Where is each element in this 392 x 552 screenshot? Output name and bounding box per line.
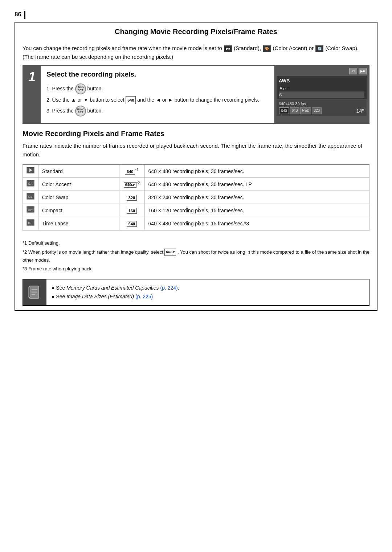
pixel-options: 640 640 P&B 320 bbox=[279, 107, 322, 114]
svg-rect-10 bbox=[29, 286, 39, 298]
awb-label: AWB bbox=[279, 78, 290, 83]
step1-content: Select the recording pixels. 1. Press th… bbox=[41, 66, 274, 123]
note-content-area: ● See Memory Cards and Estimated Capacit… bbox=[46, 279, 184, 306]
note-bullet-1: ● See Memory Cards and Estimated Capacit… bbox=[52, 284, 179, 293]
link1-page[interactable]: (p. 224) bbox=[160, 285, 177, 291]
inch-label: 14" bbox=[356, 108, 364, 114]
section2-description: Frame rates indicate the number of frame… bbox=[23, 142, 369, 159]
mode-name-color-swap: Color Swap bbox=[38, 191, 119, 204]
main-content-box: Changing Movie Recording Pixels/Frame Ra… bbox=[15, 22, 377, 311]
step1-instruction2: 2. Use the ▲ or ▼ button to select 640 a… bbox=[46, 96, 268, 105]
table-row: CA Color Accent 640LP*2 640 × 480 record… bbox=[23, 178, 369, 191]
page-bar bbox=[24, 11, 25, 19]
link1-text: Memory Cards and Estimated Capacities bbox=[66, 285, 159, 291]
pixel-badge-640: 640 bbox=[126, 96, 136, 105]
or-text-2: or bbox=[77, 97, 83, 103]
flash-item: ▲OFF bbox=[279, 84, 364, 91]
mode-icon-standard bbox=[23, 164, 38, 178]
color-swap-icon: 🔄 bbox=[315, 45, 323, 52]
timer-icon: ⏱ bbox=[349, 68, 357, 74]
px-code-time-lapse: 640 bbox=[119, 217, 144, 230]
color-accent-icon: 🎨 bbox=[263, 45, 271, 52]
time-lapse-icon-svg: TL bbox=[26, 219, 34, 226]
step1-number: 1 bbox=[23, 66, 41, 123]
desc-standard: 640 × 480 recording pixels, 30 frames/se… bbox=[144, 164, 369, 178]
table-row: CS Color Swap 320 320 × 240 recording pi… bbox=[23, 191, 369, 204]
mode-icon-compact: CPT bbox=[23, 204, 38, 217]
note-box: ● See Memory Cards and Estimated Capacit… bbox=[23, 279, 369, 306]
func-button-1: FUNCSET bbox=[75, 83, 86, 94]
step1-title: Select the recording pixels. bbox=[46, 70, 268, 79]
selected-item: ⊙ bbox=[279, 91, 364, 98]
mode-icon-color-accent: CA bbox=[23, 178, 38, 191]
color-swap-icon-svg: CS bbox=[26, 193, 34, 200]
desc-color-accent: 640 × 480 recording pixels, 30 frames/se… bbox=[144, 178, 369, 191]
page-number-area: 86 bbox=[15, 11, 377, 19]
link2-text: Image Data Sizes (Estimated) bbox=[66, 294, 134, 299]
step1-instructions: 1. Press the FUNCSET button. 2. Use the … bbox=[46, 83, 268, 117]
camera-screen-image: ⏱ ▶■ AWB ▲OFF ⊙ 640x480 30 fps bbox=[274, 66, 369, 123]
table-row: TL Time Lapse 640 640 × 480 recording pi… bbox=[23, 217, 369, 230]
note-bullet-2: ● See Image Data Sizes (Estimated) (p. 2… bbox=[52, 293, 179, 301]
mode-icon-time-lapse: TL bbox=[23, 217, 38, 230]
section2-area: Movie Recording Pixels and Frame Rates F… bbox=[15, 130, 377, 236]
desc-compact: 160 × 120 recording pixels, 15 frames/se… bbox=[144, 204, 369, 217]
camera-bottom-row: 640 640 P&B 320 14" bbox=[279, 107, 364, 114]
svg-rect-11 bbox=[28, 287, 30, 297]
section1-title: Changing Movie Recording Pixels/Frame Ra… bbox=[23, 28, 369, 36]
camera-top-icons: ⏱ ▶■ bbox=[277, 68, 367, 74]
intro-paragraph: You can change the recording pixels and … bbox=[15, 40, 377, 65]
mode-name-color-accent: Color Accent bbox=[38, 178, 119, 191]
mode-icon-color-swap: CS bbox=[23, 191, 38, 204]
step1-instruction1: 1. Press the FUNCSET button. bbox=[46, 83, 268, 94]
px-option-640-active: 640 bbox=[279, 107, 289, 114]
or-text-3: or bbox=[162, 97, 168, 103]
camera-display: ⏱ ▶■ AWB ▲OFF ⊙ 640x480 30 fps bbox=[274, 66, 369, 123]
mode-name-compact: Compact bbox=[38, 204, 119, 217]
px-code-compact: 160 bbox=[119, 204, 144, 217]
footnote-1: *1 Default setting. bbox=[23, 239, 369, 247]
footnote-3: *3 Frame rate when playing back. bbox=[23, 265, 369, 273]
or-text-1: or bbox=[309, 45, 315, 51]
step1-instruction3: 3. Press the FUNCSET button. bbox=[46, 106, 268, 116]
intro-text-content: You can change the recording pixels and … bbox=[23, 45, 224, 51]
standard-mode-icon: ▶■ bbox=[224, 45, 232, 52]
mode-icon: ▶■ bbox=[359, 68, 367, 74]
note-book-icon bbox=[27, 285, 42, 300]
page-number: 86 bbox=[15, 11, 24, 19]
px-option-pb: P&B bbox=[300, 107, 311, 114]
footnotes-area: *1 Default setting. *2 When priority is … bbox=[15, 236, 377, 273]
camera-bottom: 640x480 30 fps 640 640 P&B 320 14" bbox=[277, 100, 367, 116]
recording-modes-table: Standard 640*1 640 × 480 recording pixel… bbox=[23, 164, 369, 230]
fps-label: 640x480 30 fps bbox=[279, 102, 364, 106]
color-accent-icon-svg: CA bbox=[26, 180, 34, 187]
section2-title: Movie Recording Pixels and Frame Rates bbox=[23, 130, 369, 138]
desc-color-swap: 320 × 240 recording pixels, 30 frames/se… bbox=[144, 191, 369, 204]
svg-text:CA: CA bbox=[28, 182, 33, 185]
awb-item: AWB bbox=[279, 77, 364, 84]
footnote-2: *2 When priority is on movie length rath… bbox=[23, 248, 369, 264]
desc-time-lapse: 640 × 480 recording pixels, 15 frames/se… bbox=[144, 217, 369, 230]
svg-text:CS: CS bbox=[28, 195, 33, 199]
step1-box: 1 Select the recording pixels. 1. Press … bbox=[23, 65, 369, 124]
compact-icon-svg: CPT bbox=[26, 206, 34, 213]
func-button-3: FUNCSET bbox=[75, 106, 86, 116]
px-code-color-swap: 320 bbox=[119, 191, 144, 204]
table-row: CPT Compact 160 160 × 120 recording pixe… bbox=[23, 204, 369, 217]
px-option-640-lp: 640 bbox=[290, 107, 300, 114]
intro-standard-label: (Standard), bbox=[234, 45, 262, 51]
note-icon-column bbox=[23, 279, 46, 306]
mode-name-time-lapse: Time Lapse bbox=[38, 217, 119, 230]
intro-color-accent-label: (Color Accent) bbox=[273, 45, 309, 51]
section1-title-bar: Changing Movie Recording Pixels/Frame Ra… bbox=[15, 23, 377, 40]
px-code-standard: 640*1 bbox=[119, 164, 144, 178]
px-option-320: 320 bbox=[312, 107, 322, 114]
table-row: Standard 640*1 640 × 480 recording pixel… bbox=[23, 164, 369, 178]
svg-text:CPT: CPT bbox=[28, 208, 34, 212]
lp-badge-footnote: 640LP bbox=[164, 249, 176, 255]
px-code-color-accent: 640LP*2 bbox=[119, 178, 144, 191]
mode-name-standard: Standard bbox=[38, 164, 119, 178]
camera-menu: AWB ▲OFF ⊙ bbox=[277, 76, 367, 99]
standard-icon-svg bbox=[26, 167, 34, 173]
link2-page[interactable]: (p. 225) bbox=[135, 294, 153, 299]
